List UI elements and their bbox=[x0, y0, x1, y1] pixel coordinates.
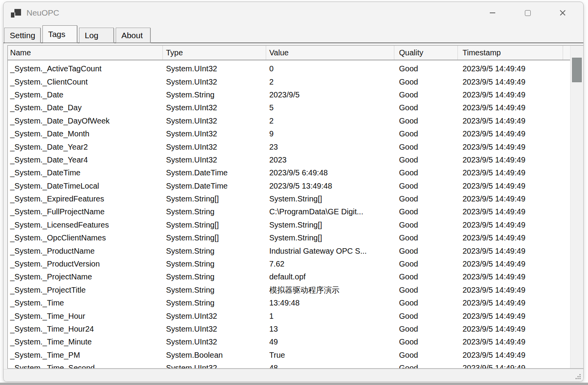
cell-timestamp: 2023/9/5 14:49:49 bbox=[458, 117, 563, 125]
cell-quality: Good bbox=[394, 247, 458, 256]
cell-value: 48 bbox=[266, 364, 394, 368]
tab-tags[interactable]: Tags bbox=[42, 25, 77, 43]
cell-name: _System._DateTime bbox=[8, 168, 163, 177]
table-row[interactable]: _System._DateTimeLocalSystem.DateTime202… bbox=[8, 180, 570, 192]
cell-quality: Good bbox=[394, 155, 458, 164]
scrollbar-thumb[interactable] bbox=[572, 58, 582, 82]
cell-timestamp: 2023/9/5 14:49:49 bbox=[458, 298, 563, 307]
cell-type: System.String bbox=[163, 247, 266, 256]
cell-value: System.String[] bbox=[266, 221, 394, 230]
cell-quality: Good bbox=[394, 90, 458, 99]
cell-timestamp: 2023/9/5 14:49:49 bbox=[458, 247, 563, 256]
table-row[interactable]: _System._Date_Year4System.UInt322023Good… bbox=[8, 154, 570, 166]
column-header-value[interactable]: Value bbox=[266, 46, 394, 60]
column-header-quality[interactable]: Quality bbox=[394, 46, 458, 60]
status-bar bbox=[4, 369, 583, 381]
minimize-icon bbox=[490, 12, 495, 13]
cell-value: 13 bbox=[266, 325, 394, 334]
cell-timestamp: 2023/9/5 14:49:49 bbox=[458, 103, 563, 112]
table-row[interactable]: _System._ClientCountSystem.UInt322Good20… bbox=[8, 75, 570, 88]
cell-type: System.UInt32 bbox=[163, 337, 266, 346]
cell-timestamp: 2023/9/5 14:49:49 bbox=[458, 351, 563, 360]
cell-value: default.opf bbox=[266, 272, 394, 281]
cell-value: 2023/9/5 bbox=[266, 90, 394, 99]
column-header-timestamp[interactable]: Timestamp bbox=[458, 46, 563, 60]
tab-log[interactable]: Log bbox=[79, 28, 114, 43]
tab-setting[interactable]: Setting bbox=[4, 28, 41, 43]
tab-about[interactable]: About bbox=[116, 28, 150, 43]
cell-timestamp: 2023/9/5 14:49:49 bbox=[458, 272, 563, 281]
cell-quality: Good bbox=[394, 129, 458, 138]
table-row[interactable]: _System._ProductVersionSystem.String7.62… bbox=[8, 258, 570, 270]
table-row[interactable]: _System._Date_Year2System.UInt3223Good20… bbox=[8, 140, 570, 153]
cell-quality: Good bbox=[394, 351, 458, 360]
table-row[interactable]: _System._Time_Hour24System.UInt3213Good2… bbox=[8, 323, 570, 336]
cell-name: _System._LicensedFeatures bbox=[8, 221, 163, 230]
column-header-name[interactable]: Name bbox=[8, 46, 163, 60]
table-row[interactable]: _System._ExpiredFeaturesSystem.String[]S… bbox=[8, 192, 570, 205]
close-button[interactable] bbox=[545, 2, 580, 23]
table-row[interactable]: _System._DateTimeSystem.DateTime2023/9/5… bbox=[8, 166, 570, 179]
cell-quality: Good bbox=[394, 168, 458, 177]
cell-quality: Good bbox=[394, 260, 458, 268]
window-controls bbox=[475, 2, 580, 23]
cell-quality: Good bbox=[394, 194, 458, 203]
table-row[interactable]: _System._Time_PMSystem.BooleanTrueGood20… bbox=[8, 349, 570, 362]
cell-type: System.UInt32 bbox=[163, 103, 266, 112]
cell-name: _System._ProjectName bbox=[8, 272, 163, 281]
maximize-button[interactable] bbox=[510, 2, 545, 23]
vertical-scrollbar[interactable] bbox=[570, 46, 583, 368]
cell-type: System.DateTime bbox=[163, 182, 266, 191]
column-header-type[interactable]: Type bbox=[163, 46, 266, 60]
table-row[interactable]: _System._Date_DayOfWeekSystem.UInt322Goo… bbox=[8, 115, 570, 127]
cell-type: System.String bbox=[163, 286, 266, 295]
table-row[interactable]: _System._DateSystem.String2023/9/5Good20… bbox=[8, 88, 570, 101]
table-row[interactable]: _System._ProductNameSystem.StringIndustr… bbox=[8, 244, 570, 257]
cell-value: C:\ProgramData\GE Digit... bbox=[266, 207, 394, 216]
cell-type: System.String bbox=[163, 272, 266, 281]
table-row[interactable]: _System._ActiveTagCountSystem.UInt320Goo… bbox=[8, 62, 570, 75]
table-row[interactable]: _System._Time_MinuteSystem.UInt3249Good2… bbox=[8, 336, 570, 348]
cell-name: _System._ProductVersion bbox=[8, 260, 163, 268]
cell-name: _System._Time bbox=[8, 298, 163, 307]
table-row[interactable]: _System._ProjectTitleSystem.String模拟器驱动程… bbox=[8, 284, 570, 297]
tab-strip: SettingTagsLogAbout bbox=[4, 25, 150, 43]
cell-name: _System._ProjectTitle bbox=[8, 286, 163, 295]
cell-timestamp: 2023/9/5 14:49:49 bbox=[458, 90, 563, 99]
cell-type: System.String[] bbox=[163, 221, 266, 230]
cell-timestamp: 2023/9/5 14:49:49 bbox=[458, 194, 563, 203]
table-row[interactable]: _System._TimeSystem.String13:49:48Good20… bbox=[8, 297, 570, 309]
cell-name: _System._Date_Year4 bbox=[8, 155, 163, 164]
cell-timestamp: 2023/9/5 14:49:49 bbox=[458, 325, 563, 334]
window-title: NeuOPC bbox=[26, 8, 59, 18]
table-row[interactable]: _System._Date_MonthSystem.UInt329Good202… bbox=[8, 127, 570, 140]
table-row[interactable]: _System._Time_HourSystem.UInt321Good2023… bbox=[8, 309, 570, 322]
table-header: Name Type Value Quality Timestamp bbox=[8, 46, 583, 60]
resize-grip[interactable] bbox=[575, 373, 581, 379]
table-body: _System._ActiveTagCountSystem.UInt320Goo… bbox=[8, 60, 570, 368]
cell-type: System.UInt32 bbox=[163, 143, 266, 152]
cell-quality: Good bbox=[394, 103, 458, 112]
cell-value: 2 bbox=[266, 117, 394, 125]
cell-type: System.UInt32 bbox=[163, 129, 266, 138]
table-row[interactable]: _System._FullProjectNameSystem.StringC:\… bbox=[8, 205, 570, 218]
cell-name: _System._Time_Hour bbox=[8, 312, 163, 321]
table-row[interactable]: _System._ProjectNameSystem.Stringdefault… bbox=[8, 270, 570, 283]
cell-name: _System._Date bbox=[8, 90, 163, 99]
cell-type: System.UInt32 bbox=[163, 364, 266, 368]
cell-quality: Good bbox=[394, 64, 458, 73]
table-row[interactable]: _System._LicensedFeaturesSystem.String[]… bbox=[8, 219, 570, 231]
cell-quality: Good bbox=[394, 364, 458, 368]
table-row[interactable]: _System._Time_SecondSystem.UInt3248Good2… bbox=[8, 362, 570, 368]
cell-timestamp: 2023/9/5 14:49:49 bbox=[458, 182, 563, 191]
title-bar: NeuOPC bbox=[4, 2, 583, 24]
cell-name: _System._Date_Day bbox=[8, 103, 163, 112]
cell-timestamp: 2023/9/5 14:49:49 bbox=[458, 64, 563, 73]
minimize-button[interactable] bbox=[475, 2, 510, 23]
cell-type: System.UInt32 bbox=[163, 325, 266, 334]
table-row[interactable]: _System._Date_DaySystem.UInt325Good2023/… bbox=[8, 101, 570, 114]
table-row[interactable]: _System._OpcClientNamesSystem.String[]Sy… bbox=[8, 231, 570, 244]
cell-timestamp: 2023/9/5 14:49:49 bbox=[458, 143, 563, 152]
cell-name: _System._OpcClientNames bbox=[8, 233, 163, 242]
cell-name: _System._Time_PM bbox=[8, 351, 163, 360]
